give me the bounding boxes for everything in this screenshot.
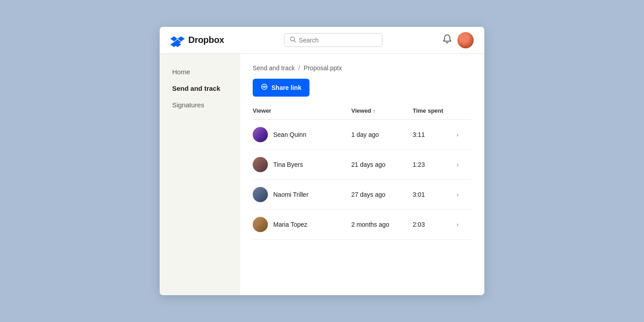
chevron-right-icon-0[interactable]: › xyxy=(457,131,459,138)
svg-line-1 xyxy=(294,41,296,42)
viewed-time-2: 27 days ago xyxy=(352,191,386,198)
viewer-avatar-0 xyxy=(253,127,268,142)
viewer-avatar-1 xyxy=(253,157,268,172)
action-cell-1[interactable]: › xyxy=(457,150,472,180)
time-spent-value-3: 2:03 xyxy=(413,221,425,228)
sidebar-item-home[interactable]: Home xyxy=(167,64,233,79)
user-avatar[interactable] xyxy=(458,32,474,48)
breadcrumb-current: Proposal.pptx xyxy=(304,64,342,72)
time-spent-value-0: 3:11 xyxy=(413,131,425,138)
sort-arrow-icon: ↑ xyxy=(373,108,376,114)
content-area: Send and track / Proposal.pptx Share lin… xyxy=(240,54,484,295)
viewer-name-1: Tina Byers xyxy=(273,161,303,168)
breadcrumb-parent: Send and track xyxy=(253,64,295,72)
col-header-time-spent: Time spent xyxy=(413,107,457,120)
table-row[interactable]: Maria Topez 2 months ago 2:03 › xyxy=(253,210,472,240)
table-row[interactable]: Naomi Triller 27 days ago 3:01 › xyxy=(253,180,472,210)
viewer-name-3: Maria Topez xyxy=(273,221,307,228)
sidebar-item-send-and-track[interactable]: Send and track xyxy=(167,81,233,96)
search-bar[interactable] xyxy=(284,33,382,47)
table-row[interactable]: Tina Byers 21 days ago 1:23 › xyxy=(253,150,472,180)
app-window: Dropbox xyxy=(160,27,484,295)
dropbox-logo-icon xyxy=(170,33,185,47)
table-row[interactable]: Sean Quinn 1 day ago 3:11 › xyxy=(253,120,472,150)
viewed-time-1: 21 days ago xyxy=(352,161,386,168)
search-input[interactable] xyxy=(299,37,377,44)
main-layout: Home Send and track Signatures Send and … xyxy=(160,54,484,295)
col-header-viewer: Viewer xyxy=(253,107,352,120)
chevron-right-icon-3[interactable]: › xyxy=(457,221,459,228)
share-link-icon xyxy=(261,83,268,92)
viewer-name-2: Naomi Triller xyxy=(273,191,309,198)
chevron-right-icon-1[interactable]: › xyxy=(457,161,459,168)
viewer-cell-1: Tina Byers xyxy=(253,150,352,180)
navbar-center xyxy=(224,33,442,47)
action-cell-3[interactable]: › xyxy=(457,210,472,240)
action-cell-2[interactable]: › xyxy=(457,180,472,210)
viewed-cell-1: 21 days ago xyxy=(352,150,413,180)
logo-text: Dropbox xyxy=(188,35,224,45)
viewer-cell-2: Naomi Triller xyxy=(253,180,352,210)
col-header-viewed[interactable]: Viewed ↑ xyxy=(352,107,413,120)
time-spent-value-2: 3:01 xyxy=(413,191,425,198)
search-icon xyxy=(290,36,296,44)
viewer-name-0: Sean Quinn xyxy=(273,131,306,138)
viewer-avatar-3 xyxy=(253,217,268,232)
navbar: Dropbox xyxy=(160,27,484,54)
viewed-cell-3: 2 months ago xyxy=(352,210,413,240)
chevron-right-icon-2[interactable]: › xyxy=(457,191,459,198)
breadcrumb: Send and track / Proposal.pptx xyxy=(253,64,472,72)
share-link-label: Share link xyxy=(271,84,301,91)
viewer-cell-3: Maria Topez xyxy=(253,210,352,240)
viewed-cell-0: 1 day ago xyxy=(352,120,413,150)
viewer-cell-0: Sean Quinn xyxy=(253,120,352,150)
time-spent-cell-2: 3:01 xyxy=(413,180,457,210)
viewed-time-3: 2 months ago xyxy=(352,221,390,228)
viewed-cell-2: 27 days ago xyxy=(352,180,413,210)
sidebar: Home Send and track Signatures xyxy=(160,54,240,295)
col-header-action xyxy=(457,107,472,120)
action-cell-0[interactable]: › xyxy=(457,120,472,150)
avatar-face xyxy=(458,32,474,48)
sidebar-item-signatures[interactable]: Signatures xyxy=(167,97,233,112)
viewer-avatar-2 xyxy=(253,187,268,202)
logo-area: Dropbox xyxy=(170,33,224,47)
time-spent-cell-3: 2:03 xyxy=(413,210,457,240)
time-spent-value-1: 1:23 xyxy=(413,161,425,168)
share-link-button[interactable]: Share link xyxy=(253,79,309,97)
time-spent-cell-1: 1:23 xyxy=(413,150,457,180)
viewed-time-0: 1 day ago xyxy=(352,131,379,138)
viewer-table: Viewer Viewed ↑ Time spent xyxy=(253,107,472,240)
navbar-actions xyxy=(442,32,474,48)
time-spent-cell-0: 3:11 xyxy=(413,120,457,150)
breadcrumb-separator: / xyxy=(298,64,302,72)
notification-bell-icon[interactable] xyxy=(442,34,452,46)
